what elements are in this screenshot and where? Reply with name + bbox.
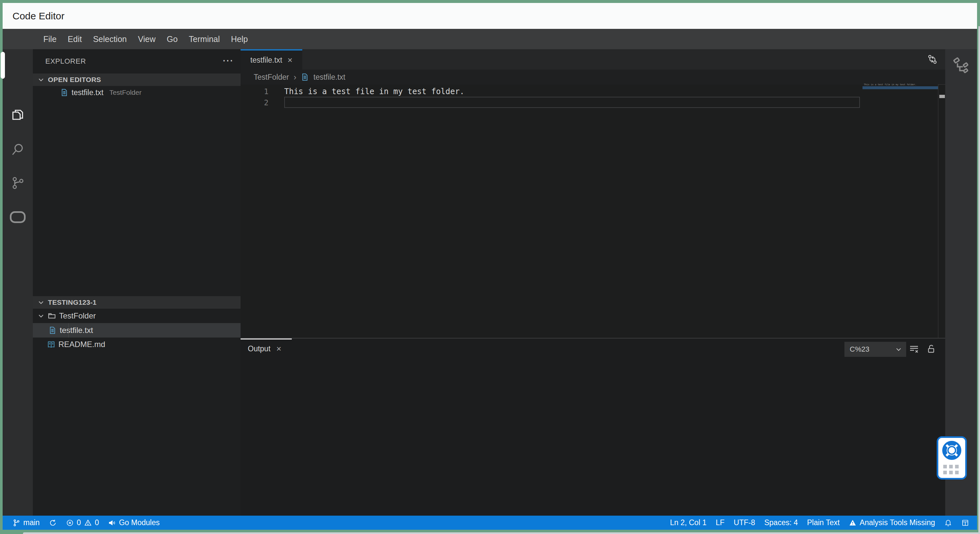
error-count: 0 (77, 518, 81, 527)
workflow-icon[interactable] (952, 56, 970, 75)
open-editors-section[interactable]: OPEN EDITORS (33, 73, 240, 86)
close-icon[interactable]: × (276, 345, 281, 353)
folder-name: TestFolder (59, 311, 96, 321)
minimap-current-line (862, 86, 938, 89)
encoding-indicator[interactable]: UTF-8 (734, 518, 755, 527)
chevron-down-icon (895, 346, 902, 353)
status-left: main 0 (13, 518, 159, 527)
tree-file-readme[interactable]: README.md (33, 337, 255, 351)
title-bar: Code Editor (3, 3, 977, 29)
explorer-sidebar: EXPLORER ⋯ OPEN EDITORS testfile.txt Tes… (33, 49, 240, 516)
chevron-down-icon (37, 312, 45, 319)
branch-name: main (23, 518, 40, 527)
indentation-indicator[interactable]: Spaces: 4 (764, 518, 798, 527)
editor-tab-bar: testfile.txt × (240, 49, 945, 70)
explorer-header: EXPLORER ⋯ (33, 49, 240, 73)
panel-layout-icon[interactable] (961, 519, 969, 527)
workspace-section[interactable]: TESTING123-1 (33, 296, 240, 309)
text-file-icon (60, 89, 68, 97)
tree-file-testfile-selected[interactable]: testfile.txt (33, 323, 256, 337)
explorer-title: EXPLORER (45, 57, 86, 65)
chevron-right-icon: › (293, 72, 296, 82)
panel-tab-output[interactable]: Output (248, 345, 270, 353)
menu-go[interactable]: Go (161, 29, 183, 49)
warning-count: 0 (95, 518, 99, 527)
breadcrumb-file[interactable]: testfile.txt (313, 73, 345, 82)
editor-region: testfile.txt × TestFolder › testfile.txt (240, 49, 945, 516)
sync-button[interactable] (49, 519, 57, 527)
more-actions-icon[interactable]: ⋯ (222, 54, 233, 67)
menu-file[interactable]: File (38, 29, 62, 49)
current-line-highlight (284, 97, 860, 108)
text-file-icon (49, 326, 56, 334)
unlock-icon[interactable] (926, 344, 937, 354)
markdown-book-icon (47, 340, 55, 348)
breadcrumb: TestFolder › testfile.txt (240, 70, 945, 85)
line-number: 2 (240, 99, 269, 107)
menu-bar: File Edit Selection View Go Terminal Hel… (3, 29, 977, 49)
clear-output-icon[interactable] (909, 344, 919, 354)
close-icon[interactable]: × (288, 56, 293, 64)
explorer-icon[interactable] (10, 107, 25, 123)
eol-indicator[interactable]: LF (716, 518, 725, 527)
warning-icon (84, 519, 92, 527)
menu-view[interactable]: View (132, 29, 161, 49)
code-line-1[interactable]: 1 This is a test file in my test folder. (240, 86, 938, 97)
active-view-indicator (1, 52, 5, 79)
bottom-edge-highlight (23, 532, 980, 534)
menu-selection[interactable]: Selection (87, 29, 132, 49)
tab-label: testfile.txt (250, 56, 282, 65)
extensions-oval-icon[interactable] (10, 209, 25, 225)
output-channel-select[interactable]: C%23 (845, 342, 906, 357)
activity-bar: ⚙ (3, 49, 33, 516)
scrollbar-thumb[interactable] (939, 95, 945, 98)
window-bottom-edge (0, 530, 980, 534)
file-name: testfile.txt (60, 326, 93, 335)
assistant-widget[interactable] (937, 436, 967, 480)
app-window: Code Editor File Edit Selection View Go … (0, 0, 980, 534)
panel-header: Output × (240, 340, 536, 358)
menu-help[interactable]: Help (226, 29, 253, 49)
problems-status[interactable]: 0 0 (66, 518, 99, 527)
drag-dots-icon[interactable] (943, 465, 960, 474)
compare-changes-icon[interactable] (927, 54, 938, 65)
sync-icon (49, 519, 57, 527)
window-title: Code Editor (13, 11, 64, 22)
file-name: README.md (59, 340, 105, 349)
error-icon (66, 519, 74, 527)
git-branch-icon (13, 519, 20, 527)
warning-filled-icon (849, 519, 857, 527)
analysis-tools-warning[interactable]: Analysis Tools Missing (849, 518, 935, 527)
open-editor-file-folder: TestFolder (109, 89, 142, 97)
analysis-tools-label: Analysis Tools Missing (859, 518, 935, 527)
status-bar: main 0 (3, 516, 977, 530)
open-editor-file-name: testfile.txt (72, 88, 103, 97)
output-channel-value: C%23 (850, 345, 869, 354)
open-editors-label: OPEN EDITORS (48, 76, 101, 84)
cursor-position[interactable]: Ln 2, Col 1 (670, 518, 706, 527)
megaphone-icon (108, 519, 116, 527)
right-edge-highlight (978, 26, 980, 534)
scrollbar-track[interactable] (938, 84, 945, 339)
tab-testfile[interactable]: testfile.txt × (240, 49, 302, 70)
menu-edit[interactable]: Edit (62, 29, 87, 49)
branch-status[interactable]: main (13, 518, 40, 527)
workspace-label: TESTING123-1 (48, 299, 97, 306)
minimap[interactable]: This is a test file in my test folder. (862, 83, 938, 339)
menu-terminal[interactable]: Terminal (183, 29, 225, 49)
source-control-icon[interactable] (10, 175, 25, 191)
language-mode[interactable]: Plain Text (807, 518, 840, 527)
go-modules-label: Go Modules (119, 518, 159, 527)
notifications-bell-icon[interactable] (944, 519, 952, 527)
line-text: This is a test file in my test folder. (284, 87, 465, 96)
chevron-down-icon (37, 299, 45, 306)
tree-folder-testfolder[interactable]: TestFolder (33, 309, 245, 323)
breadcrumb-folder[interactable]: TestFolder (254, 73, 289, 82)
code-area[interactable]: 1 This is a test file in my test folder.… (240, 85, 938, 339)
line-number: 1 (240, 87, 269, 96)
minimap-line: This is a test file in my test folder. (864, 83, 937, 86)
indent-guide (68, 323, 68, 337)
open-editor-testfile[interactable]: testfile.txt TestFolder (33, 86, 268, 99)
go-modules-status[interactable]: Go Modules (108, 518, 159, 527)
search-icon[interactable] (10, 141, 25, 157)
